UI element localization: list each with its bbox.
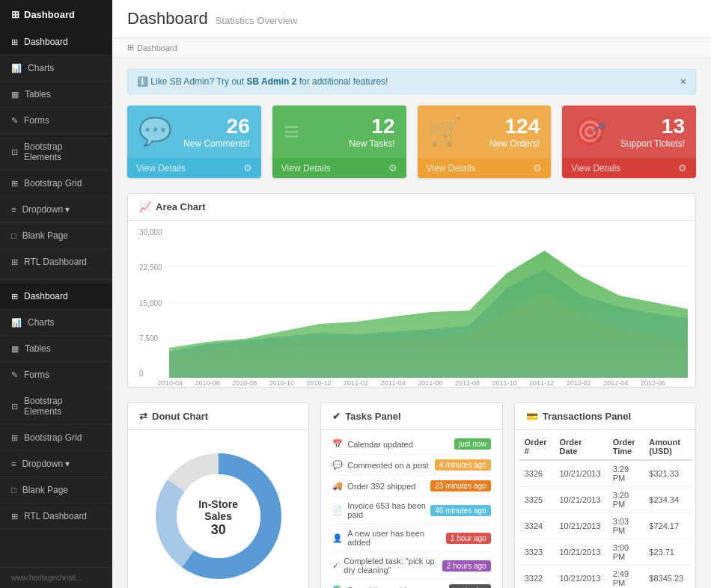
sidebar-item-tables[interactable]: ▦ Tables [0,82,112,108]
task-text-5: Completed task: "pick up dry cleaning" [344,557,442,575]
stat-gear-comments: ⚙ [243,162,252,174]
stat-card-comments-top: 💬 26 New Comments! [127,105,261,158]
sidebar-item-bootstrap-elements[interactable]: ⊡ Bootstrap Elements [0,134,112,171]
sidebar-brand: ⊞ Dashboard [0,0,112,29]
stat-gear-tasks: ⚙ [388,162,397,174]
sidebar-label-rtl: RTL Dashboard [24,257,87,267]
sidebar-item-charts[interactable]: 📊 Charts [0,55,112,82]
task-item-0: 📅 Calendar updated just now [332,434,490,455]
stat-link-comments[interactable]: View Details [136,163,186,174]
tasks-icon: ≡ [284,116,299,147]
sidebar-item-rtl[interactable]: ⊞ RTL Dashboard [0,249,112,275]
sidebar-item-forms-2[interactable]: ✎ Forms [0,362,112,388]
task-item-6: 🌍 Saved the world yesterday [332,580,490,588]
stat-link-orders[interactable]: View Details [427,163,476,174]
stat-label-tasks: New Tasks! [349,138,394,149]
x-label-1: 2010-06 [195,379,220,387]
alert-link[interactable]: SB Admin 2 [246,76,296,87]
table-row: 3324 10/21/2013 3:03 PM $724.17 [519,513,692,539]
stat-number-comments: 26 [183,114,250,138]
sidebar-item-rtl-2[interactable]: ⊞ RTL Dashboard [0,503,112,530]
sidebar-label-dropdown: Dropdown ▾ [22,204,70,215]
transactions-tbody: 3326 10/21/2013 3:29 PM $321.33 3325 10/… [519,460,692,588]
x-label-10: 2011-12 [529,379,554,387]
comments-icon: 💬 [138,116,172,147]
breadcrumb: ⊞ Dashboard [112,38,711,58]
sidebar-item-blank-page[interactable]: □ Blank Page [0,223,112,249]
main-content: Dashboard Statistics Overview ⊞ Dashboar… [112,0,711,588]
stat-card-support-top: 🎯 13 Support Tickets! [562,105,696,158]
bootstrap-grid-icon-2: ⊞ [11,433,18,443]
table-row: 3326 10/21/2013 3:29 PM $321.33 [519,460,692,487]
donut-chart-heading: ⇄ Donut Chart [128,403,308,430]
cell-order-date: 10/21/2013 [553,460,606,487]
cell-order-num: 3326 [519,460,554,487]
tasks-panel: ✔ Tasks Panel 📅 Calendar updated just no… [320,402,502,588]
content-area: ℹ️ Like SB Admin? Try out SB Admin 2 for… [112,58,711,588]
dropdown-icon-2: ≡ [11,459,16,468]
sidebar-item-forms[interactable]: ✎ Forms [0,108,112,134]
task-badge-6: yesterday [449,584,490,588]
tasks-body: 📅 Calendar updated just now 💬 Commented … [321,430,501,588]
sidebar-item-blank-page-2[interactable]: □ Blank Page [0,477,112,503]
stat-cards-container: 💬 26 New Comments! View Details ⚙ ≡ 12 [127,105,696,178]
donut-title: Donut Chart [152,411,208,422]
chart-wrapper: 30,000 22,500 15,000 7,500 0 [135,228,688,378]
sidebar-label-dropdown-2: Dropdown ▾ [22,459,70,469]
rtl-icon-2: ⊞ [11,512,18,521]
stat-label-comments: New Comments! [183,138,250,149]
task-item-1: 💬 Commented on a post 4 minutes ago [332,455,490,476]
page-subtitle: Statistics Overview [216,15,298,26]
stat-card-support-bottom: View Details ⚙ [562,158,696,178]
table-row: 3322 10/21/2013 2:49 PM $8345.23 [519,566,692,589]
x-label-13: 2012-06 [641,379,665,387]
area-chart-icon: 📈 [139,201,151,212]
task-badge-1: 4 minutes ago [435,459,491,471]
sidebar-item-charts-2[interactable]: 📊 Charts [0,310,112,336]
sidebar-item-tables-2[interactable]: ▦ Tables [0,336,112,362]
transactions-body: Order # Order Date Order Time Amount (US… [515,430,695,588]
sidebar: ⊞ Dashboard ⊞ Dashboard 📊 Charts ▦ Table… [0,0,112,588]
col-order-amount: Amount (USD) [643,434,692,460]
stat-number-support: 13 [620,114,685,138]
area-chart-body: 30,000 22,500 15,000 7,500 0 [128,221,695,387]
stat-gear-support: ⚙ [678,162,687,174]
task-badge-3: 46 minutes ago [430,505,490,516]
area-chart-title: Area Chart [156,201,205,212]
alert-text: ℹ️ Like SB Admin? Try out SB Admin 2 for… [137,76,388,87]
stat-link-support[interactable]: View Details [571,163,620,174]
transactions-thead: Order # Order Date Order Time Amount (US… [519,434,692,460]
stat-info-comments: 26 New Comments! [183,114,250,149]
task-item-2: 🚚 Order 392 shipped 23 minutes ago [332,476,490,497]
stat-link-tasks[interactable]: View Details [281,163,331,174]
sidebar-item-dropdown-2[interactable]: ≡ Dropdown ▾ [0,451,112,477]
cell-order-time: 3:29 PM [607,460,644,487]
sidebar-item-bootstrap-elements-2[interactable]: ⊡ Bootstrap Elements [0,388,112,425]
y-label-2: 15,000 [139,299,162,307]
brand-label: Dashboard [24,9,75,20]
sidebar-label-bootstrap-elements-2: Bootstrap Elements [24,396,101,417]
orders-icon: 🛒 [429,116,463,147]
stat-card-orders: 🛒 124 New Orders! View Details ⚙ [418,105,552,178]
sidebar-label-rtl-2: RTL Dashboard [24,511,87,521]
bootstrap-grid-icon: ⊞ [11,179,18,189]
task-icon-5: ✓ [332,561,339,571]
task-badge-5: 2 hours ago [442,560,491,572]
chart-y-labels: 30,000 22,500 15,000 7,500 0 [135,228,166,378]
sidebar-item-bootstrap-grid[interactable]: ⊞ Bootstrap Grid [0,171,112,197]
sidebar-label-tables-2: Tables [25,343,51,354]
task-text-4: A new user has been added [347,529,446,547]
stat-info-tasks: 12 New Tasks! [349,114,394,149]
sidebar-item-dashboard[interactable]: ⊞ Dashboard [0,29,112,55]
alert-close-button[interactable]: × [680,76,686,88]
cell-order-amount: $321.33 [643,460,692,487]
dropdown-icon: ≡ [11,205,16,214]
sidebar-item-dropdown[interactable]: ≡ Dropdown ▾ [0,197,112,223]
table-row: 3323 10/21/2013 3:00 PM $23.71 [519,539,692,566]
sidebar-item-dashboard-2[interactable]: ⊞ Dashboard [0,284,112,310]
stat-card-orders-bottom: View Details ⚙ [418,158,552,178]
tasks-heading: ✔ Tasks Panel [321,403,501,430]
sidebar-label-forms: Forms [24,115,49,126]
dashboard-icon: ⊞ [11,37,18,47]
sidebar-item-bootstrap-grid-2[interactable]: ⊞ Bootstrap Grid [0,425,112,451]
